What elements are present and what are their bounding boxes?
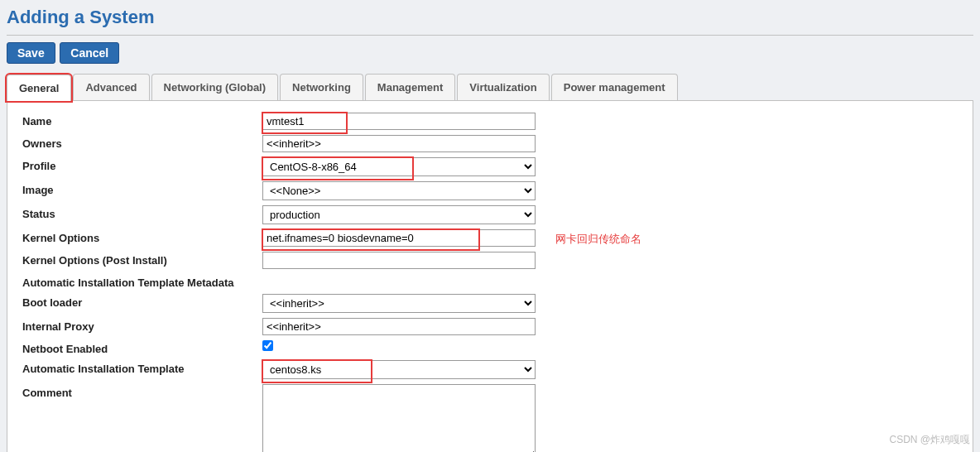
owners-input[interactable]: [262, 135, 536, 152]
netboot-enabled-checkbox[interactable]: [262, 340, 273, 351]
tab-networking[interactable]: Networking: [280, 74, 363, 100]
cancel-button[interactable]: Cancel: [60, 42, 119, 64]
tab-advanced[interactable]: Advanced: [73, 74, 149, 100]
profile-select[interactable]: CentOS-8-x86_64: [262, 157, 536, 176]
kernel-options-post-label: Kernel Options (Post Install): [22, 252, 262, 267]
internal-proxy-input[interactable]: [262, 318, 536, 335]
comment-label: Comment: [22, 384, 262, 399]
button-row: Save Cancel: [7, 42, 973, 64]
autoinstall-template-select[interactable]: centos8.ks: [262, 360, 536, 379]
boot-loader-select[interactable]: <<inherit>>: [262, 294, 536, 313]
page-title: Adding a System: [7, 7, 973, 28]
tab-content: Name Owners Profile CentOS-8-x86_64 Imag…: [7, 101, 973, 452]
tab-management[interactable]: Management: [365, 74, 455, 100]
kernel-annotation: 网卡回归传统命名: [555, 229, 641, 247]
internal-proxy-label: Internal Proxy: [22, 318, 262, 333]
owners-label: Owners: [22, 135, 262, 150]
netboot-enabled-label: Netboot Enabled: [22, 340, 262, 355]
name-input[interactable]: [262, 113, 536, 130]
status-label: Status: [22, 205, 262, 220]
boot-loader-label: Boot loader: [22, 294, 262, 309]
status-select[interactable]: production: [262, 205, 536, 224]
tab-virtualization[interactable]: Virtualization: [457, 74, 549, 100]
name-label: Name: [22, 113, 262, 127]
tabs: General Advanced Networking (Global) Net…: [7, 74, 973, 101]
divider: [7, 35, 973, 36]
kernel-options-input[interactable]: [262, 229, 536, 247]
kernel-options-post-input[interactable]: [262, 252, 536, 269]
kernel-options-label: Kernel Options: [22, 229, 262, 244]
tab-power-management[interactable]: Power management: [551, 74, 678, 100]
tab-networking-global[interactable]: Networking (Global): [151, 74, 279, 100]
autoinstall-meta-label: Automatic Installation Template Metadata: [22, 274, 262, 289]
profile-label: Profile: [22, 157, 262, 172]
image-label: Image: [22, 181, 262, 196]
autoinstall-template-label: Automatic Installation Template: [22, 360, 262, 375]
comment-textarea[interactable]: [262, 384, 536, 452]
tab-general[interactable]: General: [7, 75, 71, 101]
save-button[interactable]: Save: [7, 42, 55, 64]
image-select[interactable]: <<None>>: [262, 181, 536, 200]
